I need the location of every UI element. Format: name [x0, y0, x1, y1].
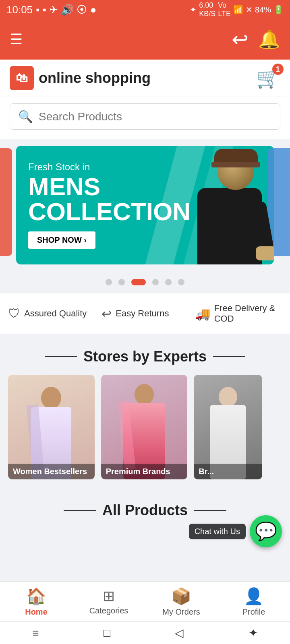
dot-6[interactable]: [178, 279, 184, 285]
brand: 🛍 online shopping: [10, 66, 151, 90]
store-label-partial: Br...: [194, 464, 262, 479]
banner-section: Fresh Stock in MENS COLLECTION SHOP NOW …: [0, 139, 290, 271]
no-service-icon: ✕: [246, 5, 253, 14]
top-nav: ☰ ↪ 🔔: [0, 19, 290, 60]
share-icon[interactable]: ↪: [232, 28, 249, 51]
brand-logo: 🛍: [10, 66, 34, 90]
feature-delivery: 🚚 Free Delivery & COD: [195, 303, 282, 324]
stores-section-header: Stores by Experts: [0, 334, 290, 375]
banner-cta[interactable]: SHOP NOW ›: [28, 231, 95, 249]
feature-delivery-label: Free Delivery & COD: [214, 303, 282, 324]
search-input[interactable]: [39, 110, 272, 123]
stores-section-title: Stores by Experts: [83, 348, 207, 365]
nav-home-label: Home: [25, 607, 48, 617]
battery: 84%: [255, 5, 271, 14]
android-assist-btn[interactable]: ✦: [249, 626, 258, 640]
nav-categories-label: Categories: [89, 606, 128, 615]
bell-icon[interactable]: 🔔: [258, 29, 280, 50]
time: 10:05: [6, 4, 33, 16]
android-menu-btn[interactable]: ≡: [32, 627, 39, 640]
app-header: 🛍 online shopping 🛒 1: [0, 60, 290, 97]
returns-icon: ↩: [102, 307, 112, 321]
whatsapp-icon: 💬: [255, 521, 277, 542]
nav-home[interactable]: 🏠 Home: [0, 584, 72, 620]
home-icon: 🏠: [26, 587, 46, 606]
all-products-header: All Products: [0, 487, 290, 528]
divider-1: [98, 305, 98, 322]
banner-title1: MENS: [28, 174, 191, 199]
section-line-left: [45, 356, 77, 357]
search-box[interactable]: 🔍: [10, 103, 280, 130]
all-products-line-left: [64, 510, 96, 511]
status-bar: 10:05 ▪ ▪ ✈ 🔊 ⦿ ● ✦ 6.00KB/S VoLTE 📶 ✕ 8…: [0, 0, 290, 19]
hamburger-menu[interactable]: ☰: [10, 31, 23, 48]
dot-5[interactable]: [165, 279, 172, 285]
msg-icon: ▪ ▪ ✈ 🔊 ⦿ ●: [36, 4, 96, 16]
feature-assured-label: Assured Quality: [24, 308, 87, 319]
divider-2: [192, 305, 192, 322]
dots-container: [0, 271, 290, 293]
store-card-premium[interactable]: Premium Brands: [101, 375, 188, 479]
all-products-title: All Products: [102, 502, 188, 519]
banner-title2: COLLECTION: [28, 199, 191, 224]
features-bar: 🛡 Assured Quality ↩ Easy Returns 🚚 Free …: [0, 293, 290, 334]
feature-easy-returns: ↩ Easy Returns: [102, 307, 188, 321]
orders-icon: 📦: [171, 587, 191, 606]
section-line-right: [213, 356, 245, 357]
bottom-nav: 🏠 Home ⊞ Categories 📦 My Orders 👤 Profil…: [0, 581, 290, 621]
volte-icon: VoLTE: [218, 1, 231, 18]
chat-button[interactable]: Chat with Us 💬: [250, 515, 282, 547]
feature-assured-quality: 🛡 Assured Quality: [8, 307, 95, 320]
store-label-women: Women Bestsellers: [8, 464, 95, 479]
search-icon: 🔍: [18, 109, 33, 124]
shield-icon: 🛡: [8, 307, 20, 320]
signal-icon: 📶: [233, 5, 243, 14]
chat-tooltip: Chat with Us: [189, 524, 246, 539]
nav-profile-label: Profile: [242, 607, 265, 617]
nav-profile[interactable]: 👤 Profile: [218, 584, 290, 620]
truck-icon: 🚚: [195, 307, 210, 321]
battery-icon: 🔋: [273, 5, 284, 14]
dot-4[interactable]: [152, 279, 159, 285]
banner-subtitle: Fresh Stock in: [28, 161, 191, 173]
brand-name: online shopping: [39, 70, 151, 87]
nav-orders[interactable]: 📦 My Orders: [145, 584, 218, 620]
store-card-partial[interactable]: Br...: [194, 375, 262, 479]
stores-grid: Women Bestsellers Premium Brands Br...: [0, 375, 290, 487]
cart-badge: 1: [272, 64, 284, 75]
android-home-btn[interactable]: □: [104, 627, 110, 640]
data-speed: 6.00KB/S: [199, 1, 215, 18]
feature-returns-label: Easy Returns: [116, 308, 169, 319]
dot-1[interactable]: [106, 279, 112, 285]
android-back-btn[interactable]: ◁: [175, 626, 184, 640]
nav-categories[interactable]: ⊞ Categories: [72, 584, 145, 619]
store-card-women[interactable]: Women Bestsellers: [8, 375, 95, 479]
store-label-premium: Premium Brands: [101, 464, 188, 479]
banner-peek-left: [0, 148, 12, 256]
dot-3-active[interactable]: [131, 279, 146, 285]
android-nav: ≡ □ ◁ ✦: [0, 621, 290, 644]
nav-orders-label: My Orders: [162, 607, 200, 617]
all-products-line-right: [194, 510, 226, 511]
bluetooth-icon: ✦: [190, 5, 197, 14]
profile-icon: 👤: [244, 587, 264, 606]
categories-icon: ⊞: [103, 588, 115, 605]
cart-button[interactable]: 🛒 1: [256, 67, 280, 89]
search-container: 🔍: [0, 97, 290, 139]
dot-2[interactable]: [118, 279, 125, 285]
